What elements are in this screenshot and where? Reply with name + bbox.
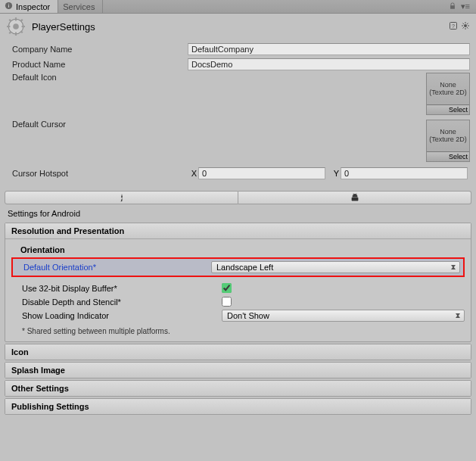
section-resolution-header[interactable]: Resolution and Presentation xyxy=(5,223,471,239)
product-name-input[interactable] xyxy=(188,58,470,70)
default-icon-label: Default Icon xyxy=(6,73,188,82)
object-none-text: None (Texture 2D) xyxy=(427,73,469,104)
use32-checkbox[interactable] xyxy=(222,283,232,293)
section-splash-header[interactable]: Splash Image xyxy=(5,363,471,378)
cursor-hotspot-y-input[interactable] xyxy=(341,167,468,179)
x-label: X xyxy=(188,169,197,178)
use32-label: Use 32-bit Display Buffer* xyxy=(11,284,222,293)
company-name-input[interactable] xyxy=(188,43,470,55)
tab-label: Services xyxy=(63,2,95,11)
show-loading-dropdown[interactable]: Don't Show xyxy=(222,310,465,322)
default-icon-picker[interactable]: None (Texture 2D) Select xyxy=(426,73,470,115)
settings-for-label: Settings for Android xyxy=(0,204,476,221)
help-icon[interactable]: ? xyxy=(449,21,458,32)
tab-services[interactable]: Services xyxy=(58,0,103,13)
section-other-header[interactable]: Other Settings xyxy=(5,381,471,396)
default-cursor-label: Default Cursor xyxy=(6,120,188,129)
section-icon-header[interactable]: Icon xyxy=(5,344,471,360)
svg-point-25 xyxy=(356,195,356,196)
select-button[interactable]: Select xyxy=(427,151,469,161)
platform-tab-android[interactable] xyxy=(238,191,471,204)
show-loading-label: Show Loading Indicator xyxy=(11,311,222,320)
page-title: PlayerSettings xyxy=(32,21,443,33)
svg-point-4 xyxy=(13,23,19,30)
product-name-label: Product Name xyxy=(6,60,188,69)
section-splash: Splash Image xyxy=(5,362,471,378)
default-orientation-highlight: Default Orientation* Landscape Left xyxy=(11,257,465,277)
default-orientation-dropdown[interactable]: Landscape Left xyxy=(211,261,460,273)
svg-rect-8 xyxy=(22,26,25,27)
orientation-heading: Orientation xyxy=(11,244,465,256)
svg-rect-5 xyxy=(15,17,17,20)
settings-gear-icon[interactable] xyxy=(461,21,470,32)
gear-icon xyxy=(6,17,26,36)
cursor-hotspot-label: Cursor Hotspot xyxy=(6,169,188,178)
default-cursor-picker[interactable]: None (Texture 2D) Select xyxy=(426,120,470,162)
section-other: Other Settings xyxy=(5,380,471,397)
select-button[interactable]: Select xyxy=(427,104,469,114)
disable-depth-label: Disable Depth and Stencil* xyxy=(11,297,222,307)
disable-depth-checkbox[interactable] xyxy=(222,297,232,307)
tab-inspector[interactable]: Inspector xyxy=(0,0,58,13)
svg-rect-2 xyxy=(8,4,9,5)
company-name-label: Company Name xyxy=(6,45,188,54)
section-publishing-header[interactable]: Publishing Settings xyxy=(5,399,471,414)
svg-point-24 xyxy=(353,195,354,196)
svg-line-21 xyxy=(467,27,468,29)
svg-line-22 xyxy=(463,27,465,29)
svg-text:?: ? xyxy=(452,23,455,29)
context-menu-icon[interactable]: ▾≡ xyxy=(459,2,471,11)
svg-point-15 xyxy=(464,24,467,27)
cursor-hotspot-x-input[interactable] xyxy=(198,167,325,179)
svg-rect-7 xyxy=(7,26,10,27)
section-publishing: Publishing Settings xyxy=(5,398,471,415)
section-resolution: Resolution and Presentation Orientation … xyxy=(5,223,471,342)
tab-label: Inspector xyxy=(16,2,50,11)
svg-rect-1 xyxy=(8,5,9,8)
svg-line-20 xyxy=(463,23,465,25)
svg-rect-6 xyxy=(15,33,17,36)
lock-icon[interactable] xyxy=(449,2,456,11)
default-orientation-label: Default Orientation* xyxy=(16,263,211,272)
y-label: Y xyxy=(330,169,339,178)
object-none-text: None (Texture 2D) xyxy=(427,120,469,151)
section-icon: Icon xyxy=(5,344,471,360)
platform-tab-standalone[interactable] xyxy=(5,191,238,204)
info-icon xyxy=(5,2,13,11)
svg-line-23 xyxy=(467,23,468,25)
shared-setting-footnote: * Shared setting between multiple platfo… xyxy=(11,322,465,335)
